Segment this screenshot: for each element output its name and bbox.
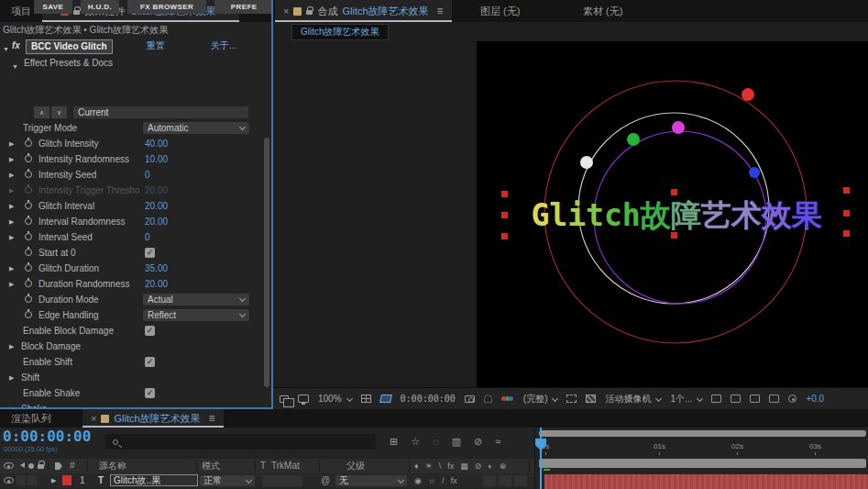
monitor-icon[interactable]: [298, 395, 309, 403]
exposure-value[interactable]: +0.0: [806, 394, 824, 404]
twirl-icon[interactable]: ▶: [9, 198, 14, 214]
composition-canvas[interactable]: Glitch故障艺术效果: [477, 41, 868, 387]
effects-icon[interactable]: fx: [447, 459, 454, 473]
twirl-icon[interactable]: ▶: [9, 261, 14, 276]
time-navigator-bar[interactable]: [539, 430, 866, 437]
reset-link[interactable]: 重置: [147, 39, 165, 53]
param-value[interactable]: 20.00: [145, 198, 168, 214]
twirl-icon[interactable]: ▶: [9, 167, 14, 183]
param-value[interactable]: 0: [145, 229, 150, 245]
preset-button[interactable]: PREFE: [214, 0, 273, 14]
quality-icon[interactable]: ◉: [414, 473, 422, 488]
close-icon[interactable]: ×: [283, 6, 289, 17]
stopwatch-icon[interactable]: [25, 186, 32, 194]
stopwatch-icon[interactable]: [25, 264, 32, 272]
resolution-select[interactable]: (完整): [523, 393, 558, 406]
twirl-icon[interactable]: ▼: [3, 42, 9, 57]
parent-select[interactable]: 无: [335, 475, 407, 486]
search-input[interactable]: [105, 434, 376, 450]
about-link[interactable]: 关于...: [211, 39, 236, 53]
preset-next-button[interactable]: ∨: [51, 106, 67, 118]
audio-column-icon[interactable]: [17, 462, 25, 468]
target-region-icon[interactable]: [566, 395, 577, 403]
twirl-icon[interactable]: ▶: [9, 370, 14, 385]
selection-handle[interactable]: [501, 191, 508, 197]
motion-blur-icon[interactable]: ⊘: [475, 459, 482, 473]
switch-cell[interactable]: [514, 475, 527, 486]
param-dropdown[interactable]: Reflect: [143, 309, 249, 321]
param-dropdown[interactable]: Automatic: [143, 122, 249, 134]
stopwatch-icon[interactable]: [25, 139, 32, 147]
frame-blending-icon[interactable]: ▥: [452, 435, 461, 448]
quality-slash-icon[interactable]: /: [442, 473, 445, 488]
label-column-icon[interactable]: [55, 462, 62, 470]
vertical-scrollbar[interactable]: [264, 138, 269, 387]
switch-cell[interactable]: [483, 475, 496, 486]
param-dropdown[interactable]: Actual: [143, 294, 249, 306]
pixel-aspect-icon[interactable]: [731, 395, 741, 403]
work-area-bar[interactable]: [539, 459, 866, 468]
tab-footage[interactable]: 素材 (无): [572, 0, 633, 22]
selection-handle[interactable]: [501, 233, 508, 239]
effects-icon[interactable]: fx: [451, 473, 457, 488]
param-checkbox[interactable]: ✓: [145, 388, 155, 398]
stopwatch-icon[interactable]: [25, 202, 32, 209]
panel-menu-icon[interactable]: ≡: [209, 412, 215, 425]
parent-column-header[interactable]: 父级: [346, 459, 365, 473]
preset-button[interactable]: H.U.D.: [81, 0, 119, 14]
selection-handle[interactable]: [843, 187, 850, 194]
stopwatch-icon[interactable]: [25, 233, 32, 240]
preset-button[interactable]: FX BROWSER: [127, 0, 207, 14]
trkmat-cell[interactable]: [262, 475, 302, 486]
parent-pickwhip-icon[interactable]: @: [321, 473, 330, 488]
frame-blend-icon[interactable]: ▦: [460, 459, 468, 473]
trkmat-column-header[interactable]: TrkMat: [271, 459, 300, 473]
adjustment-layer-icon[interactable]: ◐: [488, 459, 492, 473]
current-timecode[interactable]: 0:00:00:00: [3, 428, 91, 445]
layer-label-swatch[interactable]: [62, 475, 71, 485]
quality-icon[interactable]: \: [439, 459, 442, 473]
snapshot-icon[interactable]: [465, 395, 475, 403]
mode-column-header[interactable]: 模式: [202, 459, 220, 473]
glitch-text-layer[interactable]: Glitch故障艺术效果: [499, 195, 854, 236]
view-layout-select[interactable]: 1个...: [670, 393, 702, 406]
effect-name[interactable]: BCC Video Glitch: [26, 39, 113, 54]
twirl-icon[interactable]: ▼: [12, 60, 18, 74]
stopwatch-icon[interactable]: [25, 217, 32, 225]
collapse-transformations-icon[interactable]: ☀: [425, 459, 433, 473]
preset-button[interactable]: SAVE: [34, 0, 72, 14]
layer-visibility-icon[interactable]: [4, 477, 14, 483]
twirl-icon[interactable]: ▶: [9, 401, 14, 408]
twirl-icon[interactable]: ▶: [9, 151, 14, 167]
param-value[interactable]: 20.00: [145, 276, 168, 292]
param-checkbox[interactable]: ✓: [145, 248, 155, 258]
preset-current-field[interactable]: Current: [73, 106, 248, 118]
fast-previews-icon[interactable]: [750, 395, 760, 403]
selection-handle[interactable]: [671, 232, 677, 239]
param-value[interactable]: 20.00: [145, 183, 168, 198]
param-value[interactable]: 35.00: [145, 261, 168, 276]
time-ruler[interactable]: 0s01s02s03s: [535, 439, 868, 459]
motion-blur-icon[interactable]: ⊘: [474, 435, 482, 448]
stopwatch-icon[interactable]: [25, 249, 32, 256]
viewer-timecode[interactable]: 0:00:00:00: [401, 394, 456, 404]
video-column-icon[interactable]: [4, 462, 14, 469]
stopwatch-icon[interactable]: [25, 295, 32, 303]
twirl-icon[interactable]: ▶: [9, 183, 14, 198]
mini-flowchart-icon[interactable]: ⊞: [390, 435, 398, 448]
preserve-transparency-column-header[interactable]: T: [260, 459, 266, 473]
tab-timeline-comp[interactable]: × Glitch故障艺术效果 ≡: [82, 409, 224, 428]
selection-handle[interactable]: [671, 189, 677, 195]
lock-icon[interactable]: [306, 10, 313, 15]
index-column-header[interactable]: #: [70, 459, 75, 473]
presets-group-row[interactable]: ▼ Effect Presets & Docs: [0, 56, 273, 71]
share-view-icon[interactable]: [711, 395, 721, 403]
solo-column-icon[interactable]: [28, 463, 34, 469]
selection-handle[interactable]: [843, 210, 850, 217]
grid-guides-icon[interactable]: [361, 395, 371, 403]
selection-handle[interactable]: [843, 230, 850, 237]
twirl-icon[interactable]: ▶: [9, 214, 14, 229]
twirl-icon[interactable]: ▶: [9, 276, 14, 292]
twirl-icon[interactable]: ▶: [9, 136, 14, 151]
lock-column-icon[interactable]: [38, 464, 44, 469]
